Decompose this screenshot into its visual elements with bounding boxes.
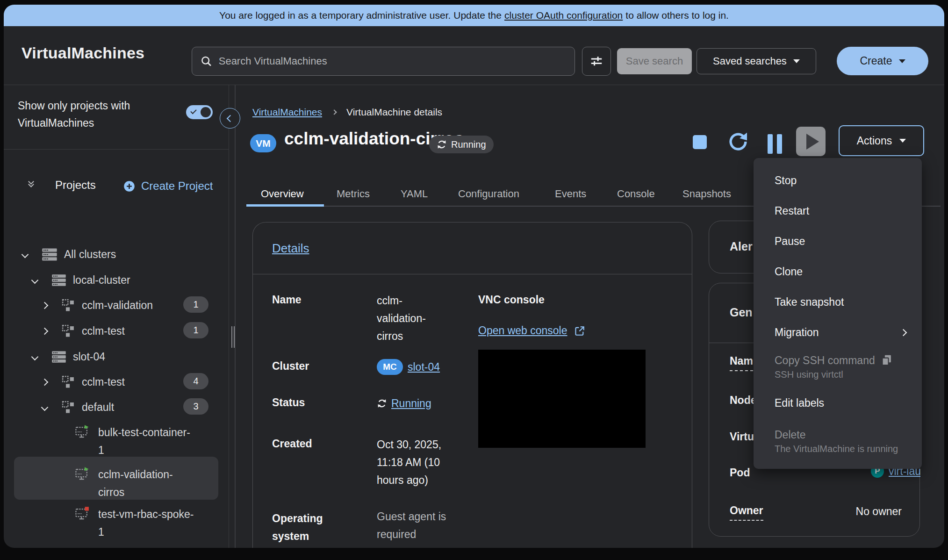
save-search-button[interactable]: Save search — [617, 48, 692, 74]
breadcrumb: VirtualMachines VirtualMachine details — [252, 107, 442, 118]
sidebar-divider — [4, 149, 229, 150]
collapse-all-icon[interactable] — [29, 179, 33, 187]
chevron-right-icon[interactable] — [41, 378, 49, 386]
actions-label: Actions — [857, 135, 892, 147]
tree-item-label: cclm-validation-cirros — [98, 466, 194, 501]
namespace-label[interactable]: Nam — [730, 355, 753, 371]
menu-item-restart[interactable]: Restart — [754, 196, 922, 226]
tree-item-cclm-validation[interactable]: cclm-validation — [42, 295, 153, 316]
vm-running-icon — [75, 424, 90, 459]
cluster-icon — [51, 274, 66, 287]
app-window: You are logged in as a temporary adminis… — [4, 5, 944, 548]
created-label: Created — [272, 438, 312, 450]
sidebar-border — [229, 85, 229, 548]
details-heading-link[interactable]: Details — [272, 241, 309, 256]
status-badge: Running — [429, 136, 494, 153]
projects-label: Projects — [55, 179, 96, 192]
restart-button[interactable] — [727, 131, 749, 154]
tree-item-cclm-test-slot04[interactable]: cclm-test — [42, 372, 125, 392]
vm-count-badge: 4 — [183, 373, 208, 389]
tab-console[interactable]: Console — [617, 188, 655, 200]
alerts-card-heading: Aler — [730, 240, 753, 253]
owner-label[interactable]: Owner — [730, 504, 763, 521]
tree-item-default[interactable]: default — [42, 397, 114, 417]
tab-configuration[interactable]: Configuration — [458, 188, 519, 200]
owner-value: No owner — [852, 503, 902, 520]
actions-button[interactable]: Actions — [839, 125, 924, 156]
sync-icon — [437, 139, 447, 150]
chevron-right-icon[interactable] — [41, 327, 49, 335]
tree-item-bulk-test-container-1[interactable]: bulk-test-container-1 — [75, 424, 194, 459]
breadcrumb-current: VirtualMachine details — [346, 107, 442, 118]
search-box — [192, 47, 575, 76]
toggle-knob — [201, 107, 211, 117]
menu-item-description: The VirtualMachine is running — [775, 442, 906, 456]
tab-metrics[interactable]: Metrics — [337, 188, 370, 200]
stop-button[interactable] — [693, 135, 707, 149]
advanced-filters-button[interactable] — [582, 47, 611, 76]
chevron-right-icon — [331, 109, 337, 115]
menu-item-delete: Delete The VirtualMachine is running — [754, 418, 922, 462]
screen: You are logged in as a temporary adminis… — [0, 0, 948, 560]
vm-count-badge: 1 — [183, 296, 208, 313]
pause-button[interactable] — [768, 134, 782, 154]
tree-item-test-vm-rbac-spoke-1[interactable]: test-vm-rbac-spoke-1 — [75, 505, 194, 541]
tab-events[interactable]: Events — [555, 188, 586, 200]
tab-snapshots[interactable]: Snapshots — [682, 188, 731, 200]
projects-filter-toggle[interactable] — [186, 105, 213, 119]
status-badge-label: Running — [451, 139, 486, 150]
chevron-down-icon[interactable] — [31, 353, 39, 360]
tree-item-cclm-test[interactable]: cclm-test — [42, 321, 125, 341]
menu-item-pause[interactable]: Pause — [754, 226, 922, 257]
menu-item-description: SSH using virtctl — [775, 367, 906, 381]
menu-item-copy-ssh-command: Copy SSH command SSH using virtctl — [754, 348, 922, 388]
collapse-sidebar-button[interactable] — [220, 108, 240, 129]
tab-yaml[interactable]: YAML — [401, 188, 428, 200]
page-title: VirtualMachines — [22, 44, 144, 62]
menu-item-edit-labels[interactable]: Edit labels — [754, 388, 922, 418]
tree-item-label: cclm-test — [82, 376, 125, 388]
active-tab-underline — [246, 204, 324, 207]
details-card-divider — [253, 274, 692, 274]
menu-item-clone[interactable]: Clone — [754, 257, 922, 287]
banner-text-after: to allow others to log in. — [625, 10, 729, 21]
tree-item-local-cluster[interactable]: local-cluster — [32, 270, 130, 290]
project-icon — [61, 375, 75, 389]
os-value: Guest agent is required — [377, 508, 457, 543]
vm-count-badge: 1 — [183, 322, 208, 338]
search-input[interactable] — [219, 55, 566, 67]
tree-item-cclm-validation-cirros[interactable]: cclm-validation-cirros — [75, 466, 194, 501]
chevron-down-icon[interactable] — [41, 403, 49, 411]
vm-running-icon — [75, 467, 90, 501]
chevron-right-icon[interactable] — [41, 302, 49, 309]
menu-item-stop[interactable]: Stop — [754, 165, 922, 196]
login-banner: You are logged in as a temporary adminis… — [4, 5, 944, 26]
general-card-heading: Gen — [730, 306, 753, 319]
play-button-disabled[interactable] — [796, 127, 826, 156]
chevron-down-icon[interactable] — [22, 251, 29, 258]
tree-item-label: default — [82, 401, 114, 414]
cluster-link[interactable]: slot-04 — [408, 358, 440, 376]
chevron-right-icon — [900, 329, 907, 337]
tree-item-slot-04[interactable]: slot-04 — [32, 346, 105, 367]
breadcrumb-root-link[interactable]: VirtualMachines — [252, 107, 322, 118]
chevron-down-icon[interactable] — [31, 276, 39, 284]
create-button[interactable]: Create — [837, 47, 928, 75]
pod-label: Pod — [730, 467, 750, 479]
tab-overview[interactable]: Overview — [261, 188, 304, 200]
panel-resizer-handle[interactable] — [231, 326, 235, 348]
saved-searches-button[interactable]: Saved searches — [697, 48, 816, 74]
vnc-console-preview[interactable] — [478, 350, 646, 448]
menu-item-take-snapshot[interactable]: Take snapshot — [754, 287, 922, 317]
create-project-button[interactable]: Create Project — [123, 177, 213, 195]
panel-resizer — [235, 85, 236, 548]
projects-filter-label: Show only projects with VirtualMachines — [18, 97, 172, 132]
tree-item-label: slot-04 — [73, 351, 105, 363]
os-label: Operating system — [272, 510, 342, 545]
open-web-console-link[interactable]: Open web console — [478, 324, 567, 337]
oauth-config-link[interactable]: cluster OAuth configuration — [504, 10, 623, 21]
status-link[interactable]: Running — [391, 395, 431, 412]
menu-item-migration[interactable]: Migration — [754, 317, 922, 348]
tree-item-all-clusters[interactable]: All clusters — [22, 244, 116, 265]
cluster-icon — [42, 248, 57, 261]
